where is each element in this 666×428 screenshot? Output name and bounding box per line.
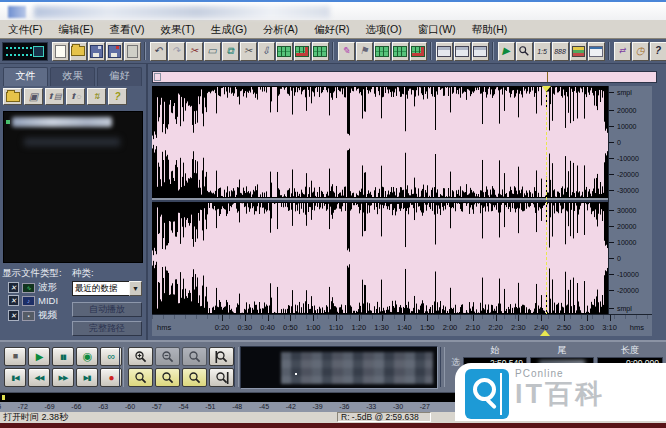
save-as-button[interactable] [106,42,123,61]
window-cd-button[interactable] [472,42,489,61]
trim-button[interactable]: ✂ [240,42,257,61]
menu-item-9[interactable]: 窗口(W) [410,21,464,38]
zoom-selection-right-button[interactable] [182,368,207,387]
find-button[interactable] [516,42,533,61]
menu-item-3[interactable]: 查看(V) [101,21,152,38]
menu-item-8[interactable]: 选项(O) [358,21,410,38]
panel-grip[interactable] [440,347,445,387]
copy-button[interactable]: ⧉ [222,42,239,61]
play-button[interactable]: ▶ [28,347,50,366]
file-item-redacted[interactable] [12,117,112,127]
insert-to-cd-button[interactable]: ⬆◌ [66,88,85,105]
play-list-button[interactable]: ▶ [498,42,515,61]
db-scale-label: -66 [64,403,88,410]
zoom-full-button[interactable] [182,347,207,366]
open-folder-button[interactable] [3,88,22,105]
new-file-button[interactable] [52,42,69,61]
menu-item-2[interactable]: 编辑(E) [50,21,101,38]
block-list-button[interactable]: 888 [552,42,569,61]
pause-button[interactable]: ▮▮ [52,347,74,366]
track-colors-button[interactable] [570,42,587,61]
organizer-tab-偏好[interactable]: 偏好 [97,67,142,86]
filetype-waveform-checkbox[interactable]: ✕ ∿ 波形 [8,281,57,294]
organizer-tab-效果[interactable]: 效果 [50,67,95,86]
help-button[interactable]: ? [650,42,666,61]
time-tick [518,315,519,321]
marker-flag-button[interactable]: ⚑ [356,42,373,61]
select-region-button[interactable]: ▭ [204,42,221,61]
refresh-button[interactable]: ⇅ [87,88,106,105]
amplitude-ruler[interactable]: smpl20000100000-10000-20000-300003000020… [608,86,652,314]
window-spectral-button[interactable] [454,42,471,61]
overview-scrollbar[interactable] [152,71,657,83]
zoom-selection-left-button[interactable] [155,368,180,387]
zoom-out-button[interactable] [155,347,180,366]
waveform-display[interactable] [152,86,608,314]
time-ruler[interactable]: hms hms 0:200:300:400:501:001:101:201:30… [152,314,652,336]
overview-range-box [154,73,161,81]
time-tick [290,315,291,321]
close-file-button[interactable] [124,42,141,61]
sample-format-button[interactable]: 1:5 [534,42,551,61]
multitrack-view-3-button[interactable] [410,42,427,61]
autoplay-button[interactable]: 自动播放 [72,302,142,317]
magnifier-icon [134,371,148,385]
menu-item-7[interactable]: 偏好(R) [306,21,358,38]
multitrack-view-2-button[interactable] [392,42,409,61]
window-waveform-button[interactable] [436,42,453,61]
menu-item-6[interactable]: 分析(A) [255,21,306,38]
time-tick [313,315,314,321]
go-to-start-button[interactable]: ▮◀ [4,368,26,387]
multitrack-view-1-button[interactable] [374,42,391,61]
sort-dropdown[interactable]: 最近的数据 [72,281,132,296]
time-tick [245,315,246,321]
amp-scale-label: -10000 [617,154,639,161]
paste-button[interactable]: ⇩ [258,42,275,61]
sort-dropdown-arrow-icon[interactable]: ▼ [129,281,142,296]
fullpath-button[interactable]: 完整路径 [72,321,142,336]
zoom-in-button[interactable] [128,347,153,366]
time-tick [450,315,451,321]
organizer-sidebar: 文件效果偏好 ▣ ⬆▤ ⬆◌ ⇅ ? 显示文件类型: 种类: ✕ ∿ [0,64,148,340]
stop-button[interactable]: ■ [4,347,26,366]
filetype-video-checkbox[interactable]: ✕ ▪ 视频 [8,309,57,322]
insert-to-multitrack-button[interactable]: ⬆▤ [45,88,64,105]
waveform-view-toggle[interactable] [2,42,48,61]
session-clock-button[interactable]: ◷ [632,42,649,61]
amp-scale-label: smpl [617,305,632,312]
close-file-button[interactable]: ▣ [24,88,43,105]
time-tick [427,315,428,321]
play-looped-button[interactable]: ◉ [76,347,98,366]
convert-sample-type-button[interactable] [294,42,311,61]
fast-forward-button[interactable]: ▶▶ [52,368,74,387]
time-display-redacted [281,352,433,384]
cut-button[interactable]: ✂ [186,42,203,61]
organizer-tab-文件[interactable]: 文件 [3,67,48,86]
mix-paste-button[interactable] [276,42,293,61]
amp-scale-tick [609,190,614,191]
group-blocks-button[interactable] [312,42,329,61]
open-file-button[interactable] [70,42,87,61]
undo-button[interactable]: ↶ [150,42,167,61]
save-file-button[interactable] [88,42,105,61]
redo-button[interactable]: ↷ [168,42,185,61]
zoom-left-edge-button[interactable] [209,347,234,366]
filetype-midi-checkbox[interactable]: ✕ ♪ MIDI [8,295,58,306]
selection-row-label: 选 [446,357,460,369]
zoom-selection-button[interactable] [128,368,153,387]
scripts-button[interactable]: ⇄ [614,42,631,61]
line-view-button[interactable] [588,42,605,61]
file-list[interactable] [3,111,143,263]
menu-item-1[interactable]: 文件(F) [0,21,50,38]
watermark-title: IT百科 [515,379,605,409]
menu-item-10[interactable]: 帮助(H) [464,21,516,38]
menu-item-5[interactable]: 生成(G) [203,21,255,38]
panel-grip[interactable] [119,347,124,387]
zoom-right-edge-button[interactable] [209,368,234,387]
panel-grip[interactable] [234,347,239,387]
organizer-help-button[interactable]: ? [108,88,127,105]
edit-pen-button[interactable]: ✎ [338,42,355,61]
rewind-button[interactable]: ◀◀ [28,368,50,387]
go-to-end-button[interactable]: ▶▮ [76,368,98,387]
menu-item-4[interactable]: 效果(T) [152,21,202,38]
